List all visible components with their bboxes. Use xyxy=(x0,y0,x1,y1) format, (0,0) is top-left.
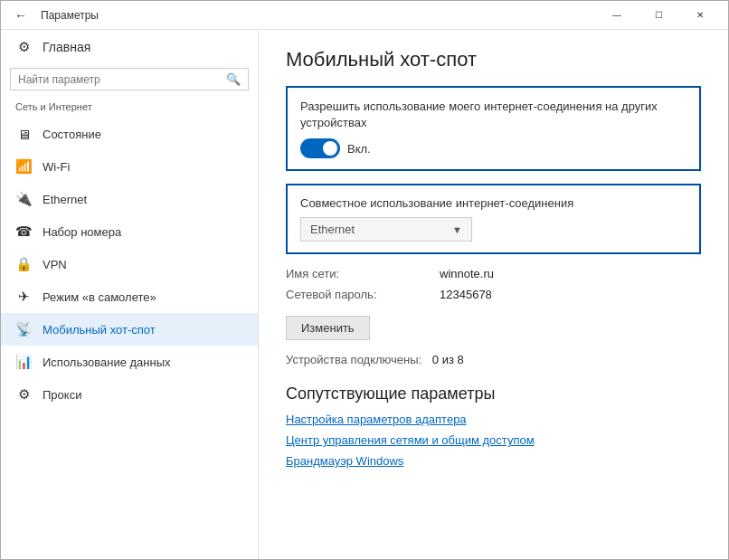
proxy-icon: ⚙ xyxy=(15,386,32,403)
sidebar-item-vpn[interactable]: 🔒 VPN xyxy=(1,248,258,280)
sidebar-item-label: Режим «в самолете» xyxy=(43,290,156,304)
data_usage-icon: 📊 xyxy=(15,354,32,370)
chevron-down-icon: ▼ xyxy=(452,224,462,235)
change-button[interactable]: Изменить xyxy=(286,316,370,340)
hotspot-toggle[interactable] xyxy=(300,138,340,158)
sidebar-item-label: Wi-Fi xyxy=(43,160,70,174)
back-button[interactable]: ← xyxy=(8,3,33,28)
window-title: Параметры xyxy=(41,9,596,22)
sidebar-item-ethernet[interactable]: 🔌 Ethernet xyxy=(1,183,258,215)
toggle-description: Разрешить использование моего интернет-с… xyxy=(300,99,686,131)
sidebar-item-label: Мобильный хот-спот xyxy=(43,323,156,337)
section-label: Сеть и Интернет xyxy=(1,98,258,118)
sidebar-item-data_usage[interactable]: 📊 Использование данных xyxy=(1,346,258,378)
search-box[interactable]: 🔍 xyxy=(10,68,249,90)
network-password-label: Сетевой пароль: xyxy=(286,288,440,301)
devices-value: 0 из 8 xyxy=(432,353,464,366)
sidebar-item-dialup[interactable]: ☎ Набор номера xyxy=(1,215,258,248)
sidebar-item-hotspot[interactable]: 📡 Мобильный хот-спот xyxy=(1,313,258,346)
sidebar-item-label: Прокси xyxy=(43,388,81,402)
network-name-label: Имя сети: xyxy=(286,267,440,280)
page-title: Мобильный хот-спот xyxy=(286,48,701,71)
related-link-2[interactable]: Брандмауэр Windows xyxy=(286,454,701,468)
sidebar-item-label: Использование данных xyxy=(43,356,171,369)
maximize-button[interactable]: ☐ xyxy=(638,1,679,30)
hotspot-icon: 📡 xyxy=(15,321,32,337)
toggle-card: Разрешить использование моего интернет-с… xyxy=(286,86,701,171)
network-password-value: 12345678 xyxy=(440,288,492,301)
toggle-label: Вкл. xyxy=(347,142,371,156)
content-area: ⚙ Главная 🔍 Сеть и Интернет 🖥 Состояние … xyxy=(1,30,728,559)
sidebar-item-label: Набор номера xyxy=(43,225,121,239)
main-content: Мобильный хот-спот Разрешить использован… xyxy=(259,30,728,559)
home-icon: ⚙ xyxy=(15,39,32,55)
network-name-row: Имя сети: winnote.ru xyxy=(286,267,701,280)
sidebar-item-status[interactable]: 🖥 Состояние xyxy=(1,118,258,150)
sidebar: ⚙ Главная 🔍 Сеть и Интернет 🖥 Состояние … xyxy=(1,30,259,559)
toggle-knob xyxy=(323,141,337,156)
status-icon: 🖥 xyxy=(15,126,32,142)
related-link-0[interactable]: Настройка параметров адаптера xyxy=(286,413,701,426)
sidebar-home[interactable]: ⚙ Главная xyxy=(1,30,258,64)
sidebar-item-wifi[interactable]: 📶 Wi-Fi xyxy=(1,150,258,183)
network-name-value: winnote.ru xyxy=(440,267,494,280)
related-title: Сопутствующие параметры xyxy=(286,384,701,403)
search-input[interactable] xyxy=(18,73,221,86)
sidebar-item-label: VPN xyxy=(43,258,67,271)
vpn-icon: 🔒 xyxy=(15,256,32,272)
devices-label: Устройства подключены: xyxy=(286,353,421,366)
sidebar-item-label: Состояние xyxy=(43,128,101,141)
home-label: Главная xyxy=(43,40,90,54)
window-controls: — ☐ ✕ xyxy=(596,1,721,30)
airplane-icon: ✈ xyxy=(15,289,32,305)
sidebar-item-airplane[interactable]: ✈ Режим «в самолете» xyxy=(1,280,258,313)
dropdown-title: Совместное использование интернет-соедин… xyxy=(300,196,686,210)
sidebar-item-label: Ethernet xyxy=(43,193,87,206)
wifi-icon: 📶 xyxy=(15,158,32,175)
minimize-button[interactable]: — xyxy=(596,1,638,30)
close-button[interactable]: ✕ xyxy=(679,1,721,30)
dialup-icon: ☎ xyxy=(15,223,32,240)
settings-window: ← Параметры — ☐ ✕ ⚙ Главная 🔍 Сеть и Инт… xyxy=(0,0,729,560)
ethernet-icon: 🔌 xyxy=(15,191,32,207)
related-link-1[interactable]: Центр управления сетями и общим доступом xyxy=(286,433,701,447)
network-password-row: Сетевой пароль: 12345678 xyxy=(286,288,701,301)
search-icon: 🔍 xyxy=(226,72,241,86)
title-bar: ← Параметры — ☐ ✕ xyxy=(1,1,728,30)
devices-row: Устройства подключены: 0 из 8 xyxy=(286,353,701,366)
dropdown-value: Ethernet xyxy=(310,223,355,236)
connection-dropdown[interactable]: Ethernet ▼ xyxy=(300,217,472,242)
dropdown-card: Совместное использование интернет-соедин… xyxy=(286,184,701,254)
toggle-row: Вкл. xyxy=(300,138,686,158)
sidebar-item-proxy[interactable]: ⚙ Прокси xyxy=(1,378,258,411)
